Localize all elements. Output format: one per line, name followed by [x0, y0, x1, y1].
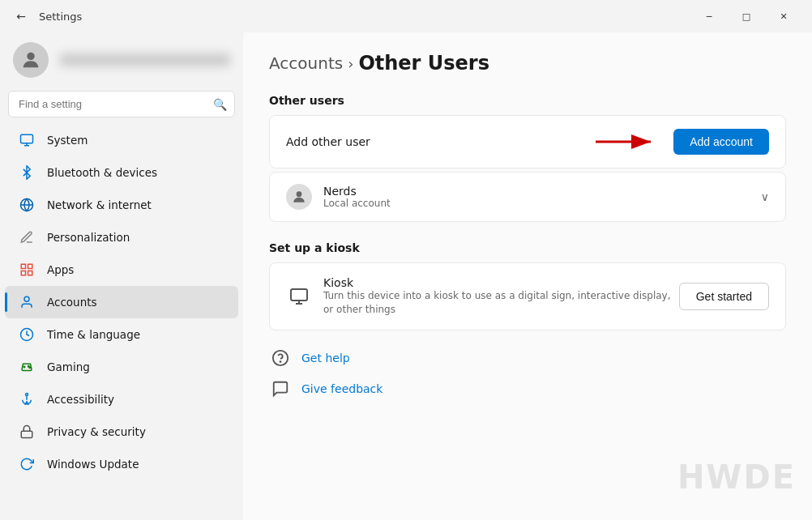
- search-box: 🔍: [8, 91, 235, 117]
- kiosk-section: Set up a kiosk Kiosk Turn this device in…: [269, 241, 786, 330]
- personalization-icon: [18, 228, 36, 246]
- app-title: Settings: [39, 11, 82, 23]
- apps-icon: [18, 261, 36, 279]
- search-input[interactable]: [8, 91, 235, 117]
- close-button[interactable]: ✕: [765, 3, 802, 29]
- sidebar-item-apps[interactable]: Apps: [5, 254, 238, 286]
- kiosk-section-title: Set up a kiosk: [269, 241, 786, 254]
- account-name: Nerds: [323, 185, 761, 198]
- kiosk-row: Kiosk Turn this device into a kiosk to u…: [270, 263, 785, 330]
- sidebar-item-label: Time & language: [47, 328, 140, 341]
- give-feedback-label: Give feedback: [301, 382, 382, 395]
- sidebar: 🔍 System Bluetooth & devices Network & i…: [0, 32, 243, 520]
- svg-point-21: [297, 191, 302, 197]
- page-header: Accounts › Other Users: [269, 52, 786, 75]
- other-users-section-title: Other users: [269, 94, 786, 107]
- sidebar-item-label: Personalization: [47, 231, 130, 244]
- user-account-row[interactable]: Nerds Local account ∨: [270, 173, 785, 221]
- add-other-user-label: Add other user: [286, 135, 596, 148]
- get-help-icon: [269, 347, 292, 369]
- sidebar-item-label: Bluetooth & devices: [47, 166, 157, 179]
- main-content: Accounts › Other Users Other users Add o…: [243, 32, 812, 520]
- sidebar-item-label: Network & internet: [47, 198, 152, 211]
- svg-point-16: [26, 394, 28, 396]
- sidebar-item-label: System: [47, 134, 88, 147]
- network-icon: [18, 196, 36, 214]
- breadcrumb-link[interactable]: Accounts: [269, 53, 343, 73]
- add-other-user-card: Add other user Add account: [269, 115, 786, 168]
- user-account-card: Nerds Local account ∨: [269, 172, 786, 222]
- svg-point-10: [24, 296, 29, 301]
- account-sub: Local account: [323, 198, 761, 209]
- sidebar-item-time[interactable]: Time & language: [5, 318, 238, 351]
- privacy-icon: [18, 423, 36, 441]
- add-user-row: Add other user Add account: [270, 116, 785, 168]
- sidebar-item-system[interactable]: System: [5, 124, 238, 156]
- app-body: 🔍 System Bluetooth & devices Network & i…: [0, 32, 812, 520]
- svg-rect-22: [291, 289, 307, 300]
- user-section: [0, 32, 243, 91]
- sidebar-item-label: Windows Update: [47, 458, 139, 471]
- sidebar-item-personalization[interactable]: Personalization: [5, 221, 238, 254]
- kiosk-description: Turn this device into a kiosk to use as …: [323, 289, 679, 317]
- search-icon: 🔍: [213, 98, 227, 111]
- svg-rect-6: [21, 264, 25, 268]
- sidebar-item-label: Gaming: [47, 360, 90, 373]
- back-button[interactable]: ←: [10, 5, 32, 28]
- page-title: Other Users: [358, 52, 489, 75]
- kiosk-info: Kiosk Turn this device into a kiosk to u…: [323, 276, 679, 317]
- account-avatar: [286, 184, 312, 210]
- give-feedback-link[interactable]: Give feedback: [269, 377, 786, 400]
- maximize-button[interactable]: □: [728, 3, 765, 29]
- arrow-indicator: [596, 132, 660, 151]
- svg-rect-18: [21, 431, 32, 437]
- accessibility-icon: [18, 390, 36, 408]
- bluetooth-icon: [18, 164, 36, 181]
- kiosk-card: Kiosk Turn this device into a kiosk to u…: [269, 262, 786, 330]
- links-section: Get help Give feedback: [269, 347, 786, 400]
- kiosk-icon: [286, 283, 312, 309]
- account-info: Nerds Local account: [323, 185, 761, 209]
- window-controls: ─ □ ✕: [690, 3, 802, 29]
- breadcrumb-separator: ›: [348, 55, 353, 72]
- system-icon: [18, 131, 36, 149]
- titlebar: ← Settings ─ □ ✕: [0, 0, 812, 32]
- sidebar-item-gaming[interactable]: Gaming: [5, 351, 238, 383]
- nav-list: System Bluetooth & devices Network & int…: [0, 124, 243, 480]
- svg-rect-7: [28, 264, 32, 268]
- svg-rect-9: [28, 271, 32, 275]
- sidebar-item-label: Privacy & security: [47, 425, 146, 438]
- svg-rect-8: [21, 271, 25, 275]
- give-feedback-icon: [269, 377, 292, 400]
- avatar: [13, 42, 49, 78]
- time-icon: [18, 326, 36, 343]
- svg-point-15: [29, 367, 31, 369]
- chevron-down-icon: ∨: [761, 190, 769, 203]
- sidebar-item-label: Accounts: [47, 296, 97, 309]
- sidebar-item-label: Apps: [47, 263, 74, 276]
- get-help-label: Get help: [301, 352, 350, 364]
- svg-point-0: [27, 53, 34, 60]
- sidebar-item-accessibility[interactable]: Accessibility: [5, 383, 238, 416]
- gaming-icon: [18, 358, 36, 376]
- add-account-button[interactable]: Add account: [673, 129, 769, 155]
- sidebar-item-bluetooth[interactable]: Bluetooth & devices: [5, 156, 238, 189]
- minimize-button[interactable]: ─: [690, 3, 728, 29]
- user-name: [60, 53, 230, 66]
- get-help-link[interactable]: Get help: [269, 347, 786, 369]
- sidebar-item-label: Accessibility: [47, 393, 114, 406]
- sidebar-item-accounts[interactable]: Accounts: [5, 286, 238, 318]
- update-icon: [18, 455, 36, 473]
- sidebar-item-update[interactable]: Windows Update: [5, 448, 238, 480]
- get-started-button[interactable]: Get started: [679, 283, 769, 310]
- accounts-icon: [18, 293, 36, 311]
- watermark: HWDE: [677, 458, 796, 496]
- kiosk-title: Kiosk: [323, 276, 679, 289]
- svg-rect-1: [21, 134, 33, 143]
- sidebar-item-privacy[interactable]: Privacy & security: [5, 416, 238, 448]
- sidebar-item-network[interactable]: Network & internet: [5, 189, 238, 221]
